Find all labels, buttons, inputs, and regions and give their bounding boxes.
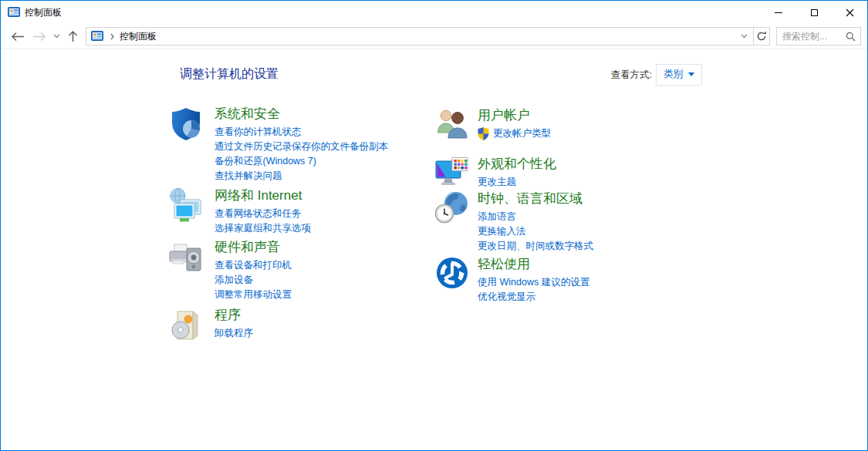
category-appearance: 外观和个性化 更改主题 [435, 156, 556, 190]
ease-of-access-icon[interactable] [435, 256, 469, 290]
back-button[interactable] [7, 25, 29, 47]
task-link: 备份和还原(Windows 7) [214, 154, 388, 169]
address-dropdown-button[interactable] [736, 28, 751, 45]
task-link: 查看你的计算机状态 [214, 125, 388, 140]
category-title-link[interactable]: 外观和个性化 [478, 156, 556, 172]
search-input[interactable] [777, 31, 844, 42]
forward-button[interactable] [29, 25, 50, 47]
page-title: 调整计算机的设置 [180, 66, 279, 82]
close-icon [846, 8, 854, 17]
view-by-dropdown[interactable]: 类别 [656, 64, 702, 86]
security-shield-icon[interactable] [167, 106, 204, 143]
titlebar: 控制面板 [1, 1, 867, 24]
view-by-value: 类别 [664, 68, 683, 81]
category-network-internet: 网络和 Internet 查看网络状态和任务 选择家庭组和共享选项 [167, 187, 311, 236]
window-title: 控制面板 [25, 6, 62, 19]
control-panel-icon [91, 30, 103, 42]
clock-region-icon[interactable] [435, 190, 469, 224]
navigation-bar: 控制面板 [1, 24, 867, 49]
address-bar-group: 控制面板 [86, 27, 770, 45]
minimize-button[interactable] [761, 1, 796, 24]
breadcrumb-chevron-icon[interactable] [110, 33, 114, 40]
task-link: 查看网络状态和任务 [214, 207, 311, 221]
user-accounts-icon[interactable] [435, 107, 469, 141]
control-panel-window: 控制面板 [0, 0, 868, 451]
category-clock-language-region: 时钟、语言和区域 添加语言 更换输入法 更改日期、时间或数字格式 [435, 190, 593, 254]
refresh-icon [756, 31, 767, 42]
category-title-link[interactable]: 系统和安全 [214, 106, 388, 122]
task-link: 添加设备 [214, 273, 292, 288]
forward-icon [32, 32, 46, 42]
category-title-link[interactable]: 网络和 Internet [214, 187, 311, 204]
maximize-button[interactable] [796, 1, 832, 24]
address-bar[interactable]: 控制面板 [86, 27, 754, 45]
task-link: 添加语言 [478, 210, 593, 224]
task-link: 卸载程序 [214, 326, 253, 341]
category-title-link[interactable]: 时钟、语言和区域 [478, 190, 593, 207]
programs-icon[interactable] [167, 307, 204, 344]
task-link: 通过文件历史记录保存你的文件备份副本 [214, 140, 388, 154]
minimize-icon [775, 12, 782, 13]
window-controls [761, 1, 867, 24]
task-link: 选择家庭组和共享选项 [214, 221, 311, 236]
task-link: 更换输入法 [478, 224, 593, 239]
chevron-down-icon [688, 72, 694, 76]
task-link: 使用 Windows 建议的设置 [478, 275, 589, 290]
history-chevron-icon [53, 34, 60, 39]
task-link: 优化视觉显示 [478, 290, 589, 305]
task-link[interactable]: 更改帐户类型 [478, 126, 551, 141]
task-link: 查看设备和打印机 [214, 258, 292, 273]
up-button[interactable] [62, 25, 83, 47]
appearance-icon[interactable] [435, 156, 469, 190]
category-programs: 程序 卸载程序 [167, 307, 253, 344]
recent-pages-button[interactable] [50, 25, 62, 47]
category-title-link[interactable]: 程序 [214, 307, 253, 323]
address-dropdown-icon [741, 34, 748, 39]
task-link: 调整常用移动设置 [214, 288, 292, 302]
refresh-button[interactable] [753, 27, 770, 45]
hardware-sound-icon[interactable] [167, 239, 204, 276]
category-user-accounts: 用户帐户 更改帐户类型 [435, 107, 551, 141]
up-icon [68, 30, 78, 42]
view-by-label: 查看方式: [611, 69, 652, 82]
search-icon[interactable] [846, 32, 856, 42]
category-title-link[interactable]: 轻松使用 [478, 256, 589, 272]
breadcrumb[interactable]: 控制面板 [120, 30, 157, 43]
category-hardware-sound: 硬件和声音 查看设备和打印机 添加设备 调整常用移动设置 [167, 239, 292, 302]
close-button[interactable] [832, 1, 867, 24]
category-ease-of-access: 轻松使用 使用 Windows 建议的设置 优化视觉显示 [435, 256, 589, 305]
task-link: 更改日期、时间或数字格式 [478, 239, 593, 254]
search-box [776, 27, 861, 45]
maximize-icon [811, 9, 818, 16]
uac-shield-icon [478, 127, 489, 140]
task-link: 查找并解决问题 [214, 169, 388, 183]
category-title-link[interactable]: 用户帐户 [478, 107, 551, 123]
network-icon[interactable] [167, 187, 204, 224]
category-system-security: 系统和安全 查看你的计算机状态 通过文件历史记录保存你的文件备份副本 备份和还原… [167, 106, 388, 183]
category-title-link[interactable]: 硬件和声音 [214, 239, 292, 255]
back-icon [11, 32, 25, 42]
control-panel-home: 调整计算机的设置 查看方式: 类别 系统 [1, 49, 867, 451]
task-link: 更改主题 [478, 175, 556, 190]
view-by: 查看方式: 类别 [611, 64, 702, 86]
control-panel-icon [8, 6, 20, 19]
